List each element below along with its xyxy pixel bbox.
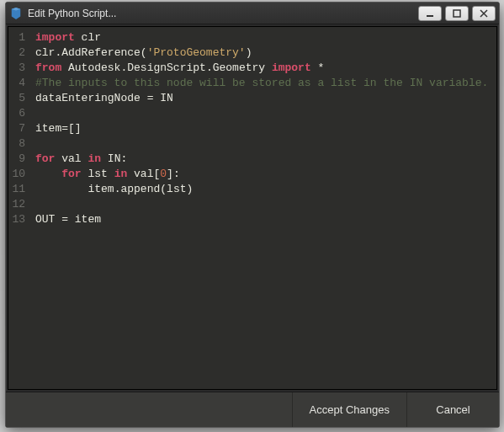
- code-line[interactable]: item=[]: [35, 121, 491, 136]
- code-line[interactable]: clr.AddReference('ProtoGeometry'): [35, 45, 491, 61]
- line-number: 1: [8, 30, 25, 45]
- line-number: 6: [8, 106, 25, 121]
- line-number: 5: [8, 91, 25, 106]
- line-number: 13: [8, 212, 25, 227]
- line-number: 9: [8, 152, 25, 167]
- code-line[interactable]: item.append(lst): [35, 182, 491, 197]
- minimize-button[interactable]: [418, 6, 442, 21]
- line-number: 10: [8, 167, 25, 182]
- line-gutter: 12345678910111213: [8, 27, 30, 389]
- line-number: 7: [8, 121, 25, 136]
- line-number: 4: [8, 76, 25, 91]
- code-editor[interactable]: 12345678910111213 import clrclr.AddRefer…: [8, 26, 497, 390]
- close-button[interactable]: [472, 6, 496, 21]
- maximize-button[interactable]: [445, 6, 469, 21]
- window-title: Edit Python Script...: [28, 8, 415, 19]
- svg-rect-0: [427, 15, 433, 17]
- code-content[interactable]: import clrclr.AddReference('ProtoGeometr…: [30, 27, 496, 389]
- code-line[interactable]: [35, 106, 491, 121]
- code-line[interactable]: #The inputs to this node will be stored …: [35, 76, 491, 91]
- code-line[interactable]: [35, 136, 491, 152]
- line-number: 12: [8, 197, 25, 212]
- svg-rect-1: [454, 10, 460, 17]
- line-number: 2: [8, 45, 25, 61]
- window-controls: [415, 6, 496, 21]
- line-number: 8: [8, 136, 25, 152]
- code-line[interactable]: import clr: [35, 30, 491, 45]
- code-line[interactable]: for val in IN:: [35, 152, 491, 167]
- line-number: 3: [8, 61, 25, 76]
- code-line[interactable]: from Autodesk.DesignScript.Geometry impo…: [35, 61, 491, 76]
- button-bar: Accept Changes Cancel: [6, 392, 499, 427]
- accept-changes-button[interactable]: Accept Changes: [292, 392, 406, 427]
- code-line[interactable]: dataEnteringNode = IN: [35, 91, 491, 106]
- cancel-button[interactable]: Cancel: [406, 392, 499, 427]
- titlebar[interactable]: Edit Python Script...: [6, 3, 499, 24]
- code-line[interactable]: OUT = item: [35, 212, 491, 227]
- line-number: 11: [8, 182, 25, 197]
- app-icon: [9, 7, 23, 20]
- code-line[interactable]: for lst in val[0]:: [35, 167, 491, 182]
- code-line[interactable]: [35, 197, 491, 212]
- editor-window: Edit Python Script... 12345678910111213 …: [5, 2, 500, 428]
